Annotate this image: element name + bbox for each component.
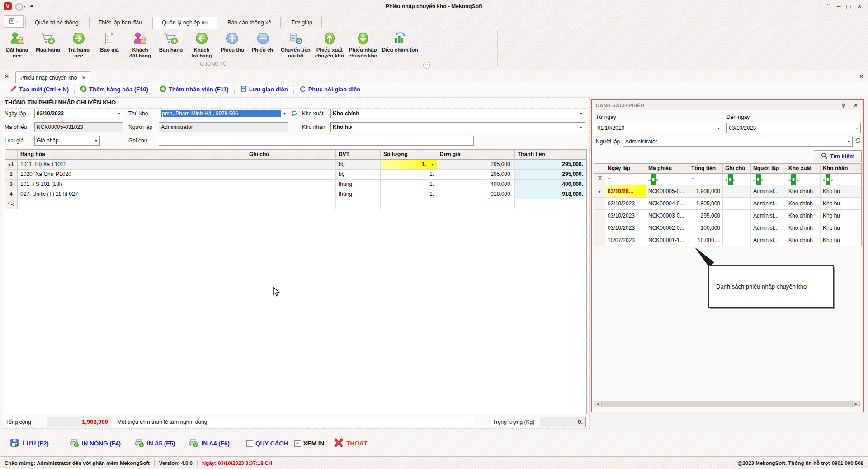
empty-cell[interactable]: [381, 199, 437, 209]
voucher-to-cell[interactable]: Kho hư: [821, 210, 861, 222]
ribbon-item[interactable]: Đặt hàng ncc: [2, 30, 33, 59]
voucher-code-cell[interactable]: NCK00002-0...: [646, 222, 689, 234]
table-row[interactable]: 3101, TS 101 (18l)thùng1.400,000.400,000…: [5, 180, 586, 189]
filter-cell[interactable]: =: [689, 174, 723, 185]
filter-cell[interactable]: aBc: [786, 174, 821, 185]
voucher-code-cell[interactable]: NCK00005-0...: [646, 185, 689, 198]
voucher-date-cell[interactable]: 03/10/20...: [605, 185, 646, 198]
ribbon-item[interactable]: Chuyển tiền nội bộ: [278, 30, 313, 59]
list-row[interactable]: ▸03/10/20...NCK00005-0...1,908,000Admini…: [594, 185, 861, 198]
action-link[interactable]: Thêm hàng hóa (F10): [75, 85, 154, 94]
exit-button[interactable]: THOÁT: [330, 438, 371, 449]
filter-cell[interactable]: aBc: [723, 174, 751, 185]
empty-cell[interactable]: [515, 199, 586, 209]
footer-checkbox[interactable]: QUY CÁCH: [246, 440, 288, 447]
price-type-combobox[interactable]: Giá nhập▼: [34, 136, 100, 146]
ribbon-item[interactable]: Khách đặt hàng: [125, 30, 156, 59]
ribbon-item[interactable]: Trả hàng ncc: [63, 30, 94, 59]
footer-button[interactable]: ?IN A5 (F5): [131, 438, 179, 449]
scroll-left-icon[interactable]: ◀: [594, 401, 601, 407]
item-unit-cell[interactable]: bộ: [336, 160, 381, 170]
ribbon-item[interactable]: Phiếu nhập chuyển kho: [346, 30, 380, 59]
source-warehouse-combobox[interactable]: Kho chính▼: [330, 109, 585, 118]
item-qty-cell[interactable]: 1.: [381, 170, 437, 180]
voucher-note-cell[interactable]: [723, 185, 751, 198]
voucher-to-cell[interactable]: Kho hư: [821, 234, 861, 246]
voucher-from-cell[interactable]: Kho chính: [786, 222, 821, 234]
item-note-cell[interactable]: [246, 170, 336, 180]
footer-button[interactable]: LƯU (F2): [6, 438, 52, 449]
voucher-from-cell[interactable]: Kho chính: [786, 210, 821, 222]
table-new-row[interactable]: * -:: [5, 199, 586, 209]
quick-access-button[interactable]: [15, 3, 23, 11]
empty-cell[interactable]: [437, 199, 515, 209]
refresh-icon[interactable]: [291, 110, 297, 118]
column-header[interactable]: Ghi chú: [723, 164, 751, 174]
amount-in-words-field[interactable]: Một triệu chín trăm lẻ tám nghìn đồng: [114, 417, 474, 427]
voucher-date-cell[interactable]: 03/10/2023: [605, 210, 646, 222]
menu-tab[interactable]: Quản lý nghiệp vụ: [152, 17, 217, 29]
column-header[interactable]: Đơn giá: [437, 150, 515, 160]
panel-creator-combobox[interactable]: Administrator▼: [623, 137, 853, 147]
item-price-cell[interactable]: 295,000.: [437, 170, 515, 180]
close-tab-icon[interactable]: ✕: [81, 75, 86, 81]
maximize-icon[interactable]: ▢: [844, 2, 854, 10]
voucher-creator-cell[interactable]: Administ...: [751, 222, 786, 234]
search-button[interactable]: Tìm kiếm: [814, 150, 862, 162]
menu-tab[interactable]: Trợ giúp: [282, 17, 322, 28]
voucher-total-cell[interactable]: 1,908,000: [689, 185, 723, 198]
column-header[interactable]: [5, 150, 18, 160]
footer-button[interactable]: ?IN NÓNG (F4): [66, 438, 124, 449]
voucher-note-cell[interactable]: [723, 222, 751, 234]
column-header[interactable]: ĐVT: [336, 150, 381, 160]
voucher-from-cell[interactable]: Kho chính: [786, 234, 821, 246]
panel-close-icon[interactable]: ✕: [854, 100, 858, 110]
refresh-icon[interactable]: [855, 137, 861, 145]
voucher-code-cell[interactable]: NCK00004-0...: [646, 198, 689, 210]
ribbon-item[interactable]: Mua hàng: [33, 30, 63, 53]
from-date-combobox[interactable]: 01/10/2019▼: [595, 123, 722, 133]
column-header[interactable]: [594, 164, 605, 174]
ribbon-item[interactable]: Phiếu xuất chuyển kho: [313, 30, 346, 59]
item-price-cell[interactable]: 400,000.: [437, 180, 515, 189]
ribbon-item[interactable]: Phiếu thu: [217, 30, 248, 53]
item-name-cell[interactable]: 1020, Xã Chữ P1020: [18, 170, 246, 180]
voucher-creator-cell[interactable]: Administ...: [751, 210, 786, 222]
menu-tab[interactable]: Thiết lập ban đầu: [89, 17, 152, 28]
table-row[interactable]: ▸11011, Bộ Xã T1011bộ1.▼295,000.295,000.: [5, 160, 586, 170]
footer-button[interactable]: ?IN A4 (F6): [185, 438, 233, 449]
voucher-from-cell[interactable]: Kho chính: [786, 185, 821, 198]
close-tab-left-icon[interactable]: ✕: [5, 73, 9, 80]
menu-tab[interactable]: Báo cáo thống kê: [218, 17, 281, 28]
filter-cell[interactable]: aBc: [646, 174, 689, 185]
chevron-down-icon[interactable]: ▼: [431, 160, 434, 169]
item-note-cell[interactable]: [246, 160, 336, 170]
action-link[interactable]: Tạo mới (Ctrl + N): [5, 85, 74, 94]
voucher-note-cell[interactable]: [723, 210, 751, 222]
ribbon-item[interactable]: Báo giá: [94, 30, 125, 53]
item-qty-cell[interactable]: 1.: [381, 180, 437, 189]
toolbar-customize-icon[interactable]: ▾̶: [31, 3, 33, 9]
item-price-cell[interactable]: 295,000.: [437, 160, 515, 170]
empty-cell[interactable]: [336, 199, 381, 209]
dest-warehouse-combobox[interactable]: Kho hư▼: [330, 122, 585, 132]
action-link[interactable]: Phục hồi giao diện: [294, 85, 366, 94]
quick-access-caret-icon[interactable]: ▾: [24, 5, 25, 9]
table-filter-row[interactable]: =aBc=aBcaBcaBcaBc: [594, 174, 861, 185]
action-link[interactable]: Thêm nhân viên (F11): [154, 85, 234, 94]
list-row[interactable]: 03/10/2023NCK00002-0...100,000Administ..…: [594, 222, 861, 234]
voucher-from-cell[interactable]: Kho chính: [786, 198, 821, 210]
horizontal-scrollbar[interactable]: ◀ ▶: [594, 401, 860, 407]
item-unit-cell[interactable]: thùng: [336, 180, 381, 189]
column-header[interactable]: Ngày lập: [605, 164, 646, 174]
stock-keeper-combobox[interactable]: pmh, Phạm Minh Hải, 0979 596▼: [159, 109, 288, 118]
list-row[interactable]: 03/10/2023NCK00003-0...295,000Administ..…: [594, 210, 861, 222]
item-qty-cell[interactable]: 1.▼: [381, 160, 437, 170]
column-header[interactable]: Hàng hóa: [18, 150, 246, 160]
voucher-to-cell[interactable]: Kho hư: [821, 222, 861, 234]
item-name-cell[interactable]: 1011, Bộ Xã T1011: [18, 160, 246, 170]
item-price-cell[interactable]: 918,000.: [437, 189, 515, 199]
voucher-total-cell[interactable]: 100,000: [689, 222, 723, 234]
date-combobox[interactable]: 03/10/2023▼: [34, 109, 123, 118]
item-note-cell[interactable]: [246, 189, 336, 199]
